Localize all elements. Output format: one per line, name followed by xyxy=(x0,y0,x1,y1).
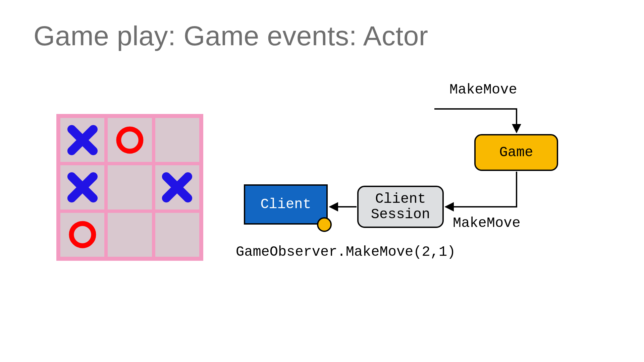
slide-title: Game play: Game events: Actor xyxy=(34,20,428,52)
svg-point-1 xyxy=(71,224,94,246)
board-cell xyxy=(108,213,152,257)
board-cell xyxy=(60,213,104,257)
node-client: Client xyxy=(244,184,328,225)
node-session-line2: Session xyxy=(371,206,430,223)
tictactoe-board xyxy=(56,114,203,261)
slide: Game play: Game events: Actor xyxy=(0,0,644,362)
node-game: Game xyxy=(474,134,558,171)
board-cell xyxy=(108,118,152,162)
board-grid xyxy=(60,118,199,257)
client-port-icon xyxy=(317,217,332,232)
x-icon xyxy=(67,125,98,156)
board-cell xyxy=(60,118,104,162)
board-cell xyxy=(155,118,199,162)
board-cell xyxy=(155,165,199,209)
actor-diagram: MakeMove MakeMove GameObserver.MakeMove(… xyxy=(235,77,570,278)
label-makemove-top: MakeMove xyxy=(449,82,517,98)
label-observer-call: GameObserver.MakeMove(2,1) xyxy=(236,244,455,260)
o-icon xyxy=(114,125,145,156)
o-icon xyxy=(67,219,98,250)
node-client-session: Client Session xyxy=(357,186,444,228)
x-icon xyxy=(162,172,193,203)
svg-point-0 xyxy=(119,129,141,151)
board-cell xyxy=(155,213,199,257)
board-cell xyxy=(108,165,152,209)
label-makemove-bottom: MakeMove xyxy=(453,215,521,231)
board-cell xyxy=(60,165,104,209)
x-icon xyxy=(67,172,98,203)
node-session-line1: Client xyxy=(375,191,426,207)
